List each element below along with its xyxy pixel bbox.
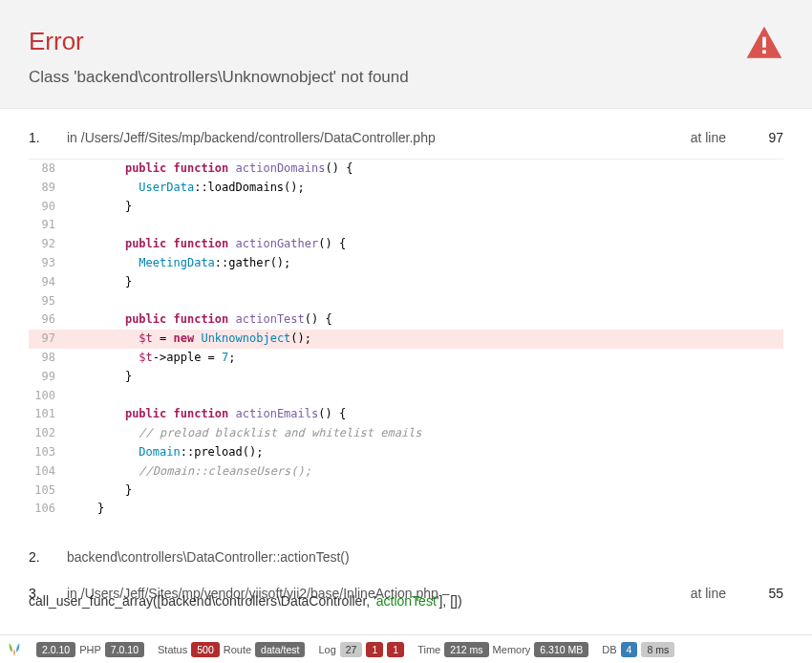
status-badge: 500 (191, 642, 220, 657)
log-error-badge: 1 (366, 642, 383, 657)
route-badge: data/test (255, 642, 305, 657)
memory-label: Memory (493, 644, 531, 655)
svg-rect-0 (762, 37, 766, 48)
error-title: Error (29, 27, 783, 56)
route-label: Route (224, 644, 251, 655)
db-label: DB (602, 644, 616, 655)
db-count-badge: 4 (621, 642, 638, 657)
at-line-label: at line (691, 130, 762, 145)
error-message: Class 'backend\controllers\Unknownobject… (29, 68, 783, 87)
time-memory-group[interactable]: Time 212 ms Memory 6.310 MB (417, 642, 588, 657)
frame-file: in /Users/Jeff/Sites/mp/backend/controll… (67, 130, 691, 145)
log-warn-badge: 1 (387, 642, 404, 657)
yii-version-group[interactable]: 2.0.10 PHP 7.0.10 (36, 642, 144, 657)
error-line: 97 $t = new Unknownobject(); (29, 330, 783, 349)
error-header: Error Class 'backend\controllers\Unknown… (0, 0, 812, 109)
frame-number: 2. (29, 549, 67, 565)
memory-badge: 6.310 MB (534, 642, 588, 657)
php-version-badge: 7.0.10 (105, 642, 144, 657)
frame-line-number: 97 (762, 130, 783, 145)
frame-line-number: 55 (762, 586, 783, 601)
frame-file: backend\controllers\DataController::acti… (67, 549, 783, 565)
status-label: Status (158, 644, 187, 655)
frame-2-header[interactable]: 2. backend\controllers\DataController::a… (29, 528, 783, 578)
status-route-group[interactable]: Status 500 Route data/test (158, 642, 305, 657)
yii-logo-icon[interactable] (6, 641, 23, 658)
log-label: Log (318, 644, 335, 655)
at-line-label: at line (691, 586, 762, 601)
frame-1-header[interactable]: 1. in /Users/Jeff/Sites/mp/backend/contr… (29, 109, 783, 159)
stack-trace: 1. in /Users/Jeff/Sites/mp/backend/contr… (0, 109, 812, 609)
svg-rect-1 (762, 50, 766, 53)
log-count-badge: 27 (340, 642, 363, 657)
db-time-badge: 8 ms (641, 642, 674, 657)
db-group[interactable]: DB 4 8 ms (602, 642, 674, 657)
log-group[interactable]: Log 27 1 1 (318, 642, 404, 657)
frame-number: 1. (29, 130, 67, 145)
code-snippet: 88 public function actionDomains() { 89 … (29, 159, 783, 528)
alert-icon (743, 23, 785, 69)
time-badge: 212 ms (444, 642, 488, 657)
yii-version-badge: 2.0.10 (36, 642, 75, 657)
time-label: Time (417, 644, 440, 655)
php-label: PHP (79, 644, 101, 655)
debug-toolbar[interactable]: 2.0.10 PHP 7.0.10 Status 500 Route data/… (0, 634, 812, 663)
